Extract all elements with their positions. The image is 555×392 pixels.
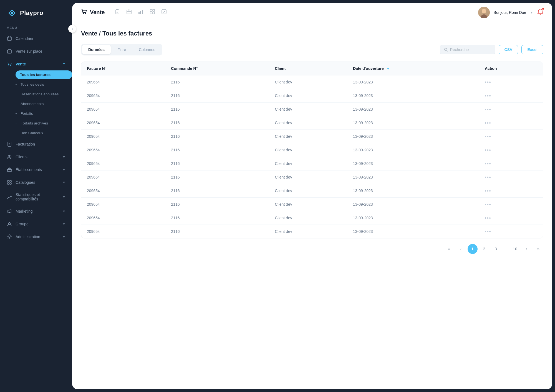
cell-date-2: 13-09-2023: [347, 103, 479, 116]
cell-action-7[interactable]: [479, 170, 543, 184]
cell-facture-0: 209654: [81, 75, 165, 89]
cell-action-2[interactable]: [479, 103, 543, 116]
cell-action-11[interactable]: [479, 225, 543, 238]
cell-commande-1: 2116: [165, 89, 269, 103]
search-box[interactable]: [440, 45, 495, 54]
logo: Playpro: [0, 0, 72, 24]
store-icon: [7, 49, 12, 54]
pagination-prev-button[interactable]: ‹: [456, 244, 466, 254]
submenu-item-tous-les-devis[interactable]: Tous les devis: [16, 80, 72, 89]
pagination-page-2-button[interactable]: 2: [479, 244, 489, 254]
sidebar-item-vente-sur-place[interactable]: Vente sur place: [0, 45, 72, 58]
tab-filtre[interactable]: Filtre: [111, 45, 132, 54]
sidebar-item-administration[interactable]: Administration ▼: [0, 230, 72, 243]
action-menu-button-7[interactable]: [485, 177, 538, 178]
sidebar-item-statistiques[interactable]: Statistiques et comptabilités ▼: [0, 189, 72, 205]
action-menu-button-2[interactable]: [485, 109, 538, 110]
sidebar-label-clients: Clients: [16, 155, 27, 159]
submenu-item-forfaits-archives[interactable]: Forfaits archives: [16, 118, 72, 128]
catalogues-chevron-icon: ▼: [62, 181, 65, 184]
submenu-item-tous-les-factures[interactable]: Tous les factures: [16, 70, 72, 79]
action-menu-button-0[interactable]: [485, 82, 538, 83]
table-row: 209654 2116 Client dev 13-09-2023: [81, 170, 543, 184]
sidebar-item-vente[interactable]: Vente ▲: [0, 58, 72, 70]
dot-3: [489, 149, 491, 151]
cell-commande-7: 2116: [165, 170, 269, 184]
cell-action-3[interactable]: [479, 116, 543, 130]
dot-2: [487, 136, 488, 137]
tab-colonnes[interactable]: Colonnes: [133, 45, 161, 54]
clipboard-icon[interactable]: [115, 9, 120, 16]
sidebar-collapse-button[interactable]: ‹: [68, 25, 76, 33]
svg-point-20: [9, 236, 10, 238]
pagination-last-button[interactable]: »: [533, 244, 543, 254]
action-menu-button-9[interactable]: [485, 204, 538, 205]
calendar-topbar-icon[interactable]: [126, 9, 132, 16]
tab-donnees[interactable]: Données: [82, 45, 111, 54]
dot-1: [485, 122, 486, 124]
facturation-icon: [7, 141, 12, 147]
pagination-page-3-button[interactable]: 3: [491, 244, 501, 254]
cell-action-0[interactable]: [479, 75, 543, 89]
svg-point-12: [8, 155, 10, 157]
cell-action-6[interactable]: [479, 157, 543, 170]
dot-1: [485, 82, 486, 83]
cell-facture-10: 209654: [81, 211, 165, 225]
svg-rect-18: [10, 183, 11, 184]
pagination-next-button[interactable]: ›: [522, 244, 532, 254]
dot-2: [487, 95, 488, 96]
table-row: 209654 2116 Client dev 13-09-2023: [81, 103, 543, 116]
sidebar-item-etablissements[interactable]: Établissements ▼: [0, 163, 72, 176]
sidebar-item-calendrier[interactable]: Calendrier: [0, 32, 72, 45]
topbar-title: Vente: [81, 9, 105, 16]
pagination-page-1-button[interactable]: 1: [468, 244, 478, 254]
csv-button[interactable]: CSV: [499, 45, 518, 54]
groupe-chevron-icon: ▼: [62, 222, 65, 226]
sidebar-item-marketing[interactable]: Marketing ▼: [0, 205, 72, 218]
chart-icon[interactable]: [138, 9, 143, 16]
vente-submenu: Tous les factures Tous les devis Réserva…: [0, 70, 72, 138]
pagination-first-button[interactable]: «: [444, 244, 454, 254]
action-menu-button-10[interactable]: [485, 217, 538, 219]
cell-client-8: Client dev: [269, 184, 347, 198]
excel-button[interactable]: Excel: [521, 45, 543, 54]
sidebar-label-administration: Administration: [16, 235, 40, 239]
action-menu-button-6[interactable]: [485, 163, 538, 164]
check-square-icon[interactable]: [161, 9, 167, 16]
svg-point-21: [83, 13, 84, 14]
sidebar-item-facturation[interactable]: Facturation: [0, 138, 72, 151]
submenu-item-reservations-annulees[interactable]: Réservations annulées: [16, 89, 72, 99]
svg-rect-34: [150, 9, 152, 11]
table-row: 209654 2116 Client dev 13-09-2023: [81, 75, 543, 89]
table-row: 209654 2116 Client dev 13-09-2023: [81, 157, 543, 170]
grid-icon[interactable]: [150, 9, 155, 16]
table-row: 209654 2116 Client dev 13-09-2023: [81, 184, 543, 198]
cell-action-10[interactable]: [479, 211, 543, 225]
col-date[interactable]: Date d'ouverture ▼: [347, 62, 479, 75]
submenu-item-forfaits[interactable]: Forfaits: [16, 109, 72, 118]
user-dropdown-chevron-icon[interactable]: ▼: [530, 11, 533, 14]
cell-action-1[interactable]: [479, 89, 543, 103]
action-menu-button-5[interactable]: [485, 149, 538, 151]
notification-button[interactable]: [537, 9, 543, 16]
action-menu-button-8[interactable]: [485, 190, 538, 192]
submenu-item-bon-cadeaux[interactable]: Bon Cadeaux: [16, 128, 72, 138]
sidebar-label-catalogues: Catalogues: [16, 180, 35, 185]
search-input[interactable]: [450, 47, 491, 52]
sidebar-item-clients[interactable]: Clients ▼: [0, 151, 72, 163]
cell-action-4[interactable]: [479, 130, 543, 143]
pagination-page-10-button[interactable]: 10: [510, 244, 520, 254]
cell-client-9: Client dev: [269, 198, 347, 211]
cell-action-5[interactable]: [479, 143, 543, 157]
cell-action-8[interactable]: [479, 184, 543, 198]
dot-2: [487, 122, 488, 124]
sidebar-item-groupe[interactable]: Groupe ▼: [0, 218, 72, 230]
action-menu-button-3[interactable]: [485, 122, 538, 124]
action-menu-button-1[interactable]: [485, 95, 538, 96]
cell-action-9[interactable]: [479, 198, 543, 211]
submenu-item-abonnements[interactable]: Abonnements: [16, 99, 72, 109]
action-menu-button-4[interactable]: [485, 136, 538, 137]
dot-3: [489, 136, 491, 137]
sidebar-item-catalogues[interactable]: Catalogues ▼: [0, 176, 72, 189]
action-menu-button-11[interactable]: [485, 231, 538, 232]
